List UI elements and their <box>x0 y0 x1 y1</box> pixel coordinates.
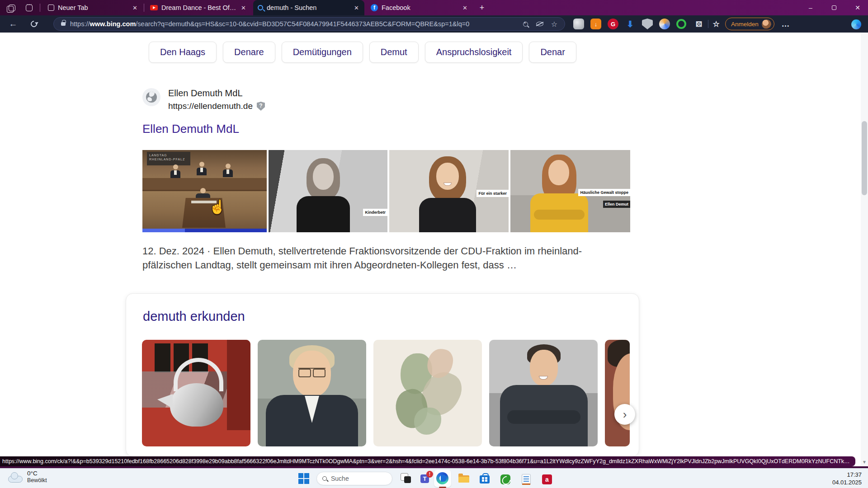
amd-icon: a <box>542 474 552 484</box>
window-minimize-button[interactable]: – <box>801 0 820 15</box>
windows-logo-icon <box>304 473 309 478</box>
clock-date: 04.01.2025 <box>832 479 862 486</box>
download-manager-extension-icon[interactable]: ↓ <box>590 19 601 29</box>
scrollbar-down-arrow[interactable]: ▼ <box>862 460 867 465</box>
zoom-page-button[interactable] <box>519 18 531 30</box>
taskbar-clock[interactable]: 17:37 04.01.2025 <box>832 471 862 486</box>
shield-extension-icon[interactable] <box>642 19 653 29</box>
scrollbar-thumb[interactable] <box>862 121 867 195</box>
weather-temperature: 0°C <box>27 470 47 477</box>
result-image-portrait-bw[interactable]: Kinderbetr <box>269 150 387 232</box>
url-domain: www.bing.com <box>90 20 136 28</box>
tab-title: demuth - Suchen <box>267 4 349 11</box>
new-tab-button[interactable]: + <box>476 2 487 13</box>
taskbar-weather-widget[interactable]: 0°C Bewölkt <box>7 470 47 483</box>
address-bar[interactable]: https://www.bing.com/search?q=demuth&qs=… <box>53 17 565 31</box>
copilot-icon <box>851 19 861 29</box>
related-search-pill[interactable]: Demut <box>369 42 419 63</box>
page-scrollbar[interactable]: ▼ <box>861 33 868 465</box>
result-title-link[interactable]: Ellen Demuth MdL <box>142 122 239 136</box>
edge-button-active[interactable] <box>434 470 451 487</box>
explore-card: demuth erkunden <box>126 293 639 457</box>
eye-slash-icon <box>536 22 543 26</box>
task-view-button[interactable] <box>400 472 412 485</box>
settings-more-button[interactable]: … <box>780 19 791 29</box>
tab-close-icon[interactable]: ✕ <box>132 5 138 11</box>
xbox-icon <box>500 474 510 484</box>
globe-icon <box>146 92 157 103</box>
portrait-glasses <box>298 368 326 375</box>
security-extension-icon[interactable]: G <box>608 19 618 29</box>
result-image-portrait-color[interactable]: Für ein starker <box>389 150 509 232</box>
notepad-icon <box>522 474 531 485</box>
image-caption: Häusliche Gewalt stoppe <box>578 189 630 196</box>
xbox-button[interactable] <box>499 472 512 485</box>
clock-time: 17:37 <box>832 471 862 479</box>
toolbar-divider <box>708 20 708 28</box>
site-favicon <box>142 88 160 106</box>
tab-dream-dance[interactable]: Dream Dance - Best Of 15 Years - ✕ <box>146 0 251 15</box>
video-progress-bar[interactable] <box>142 229 267 232</box>
explore-image-man-glasses[interactable] <box>258 340 366 446</box>
explore-image-watercolor-flowers[interactable] <box>373 340 482 446</box>
related-searches-row: Den Haags Denare Demütigungen Demut Ansp… <box>149 42 576 63</box>
window-close-button[interactable]: ✕ <box>848 0 867 15</box>
tab-separator <box>144 4 144 12</box>
opera-green-extension-icon[interactable] <box>676 19 686 29</box>
site-safety-shield-icon[interactable]: ? <box>257 102 265 111</box>
explore-image-man-suit[interactable] <box>489 340 598 446</box>
notepad-button[interactable] <box>520 472 533 485</box>
result-image-parliament[interactable]: LANDTAG RHEINLAND-PFALZ <box>142 150 267 232</box>
related-search-pill[interactable]: Denar <box>529 42 576 63</box>
tracking-prevention-button[interactable] <box>534 18 546 30</box>
amd-software-button[interactable]: a <box>541 472 553 485</box>
result-image-yellow-blazer[interactable]: Häusliche Gewalt stoppe Ellen Demut <box>510 150 630 232</box>
link-status-bar: https://www.bing.com/ck/a?!&&p=b539329d1… <box>0 456 855 466</box>
window-restore-button[interactable] <box>825 0 844 15</box>
workspaces-icon[interactable] <box>6 2 17 13</box>
result-site-name: Ellen Demuth MdL <box>168 88 265 99</box>
microsoft-store-button[interactable] <box>478 472 491 485</box>
related-search-pill[interactable]: Den Haags <box>149 42 217 63</box>
result-site-url[interactable]: https://ellendemuth.de <box>168 101 253 111</box>
bing-search-icon <box>258 5 263 10</box>
favorite-this-page-button[interactable]: ☆ <box>548 18 560 30</box>
url-text[interactable]: https://www.bing.com/search?q=demuth&qs=… <box>70 20 517 28</box>
extensions-puzzle-icon[interactable]: ⚄ <box>693 19 704 29</box>
mouse-cursor-hand: ☝ <box>209 199 226 215</box>
copilot-button[interactable] <box>851 19 862 30</box>
downloads-button[interactable]: ⬇ <box>625 19 636 29</box>
tab-actions-icon[interactable] <box>24 2 34 13</box>
favorites-bar-icon[interactable]: ☆ <box>711 19 722 29</box>
tab-demuth-suchen-active[interactable]: demuth - Suchen ✕ <box>253 0 364 15</box>
facebook-icon: f <box>371 4 378 11</box>
signin-button[interactable]: Anmelden <box>725 18 774 30</box>
tab-facebook[interactable]: f Facebook ✕ <box>366 0 473 15</box>
teams-button[interactable]: T ! <box>420 472 432 485</box>
back-button[interactable]: ← <box>7 18 19 30</box>
globe-extension-icon[interactable] <box>659 19 670 29</box>
extension-gray-icon[interactable] <box>573 19 584 29</box>
explore-image-partial[interactable] <box>605 340 630 446</box>
tab-title: Neuer Tab <box>58 4 128 11</box>
related-search-pill[interactable]: Anspruchslosigkeit <box>425 42 523 63</box>
tab-close-icon[interactable]: ✕ <box>353 5 360 11</box>
file-explorer-button[interactable] <box>458 472 470 485</box>
portrait-body <box>419 198 476 232</box>
result-snippet: 12. Dez. 2024 · Ellen Demuth, stellvertr… <box>142 244 630 272</box>
tab-close-icon[interactable]: ✕ <box>240 5 247 11</box>
page-viewport: Den Haags Denare Demütigungen Demut Ansp… <box>0 33 868 468</box>
carousel-next-button[interactable]: › <box>614 404 635 425</box>
explore-image-teapot-art[interactable] <box>142 340 250 446</box>
related-search-pill[interactable]: Denare <box>223 42 275 63</box>
tab-actions-icon-glyph <box>26 5 33 11</box>
explore-title[interactable]: demuth erkunden <box>143 309 245 324</box>
tab-neuer-tab[interactable]: Neuer Tab ✕ <box>43 0 143 15</box>
related-search-pill[interactable]: Demütigungen <box>282 42 363 63</box>
windows-logo-icon <box>298 473 303 478</box>
browser-titlebar: Neuer Tab ✕ Dream Dance - Best Of 15 Yea… <box>0 0 868 15</box>
tab-close-icon[interactable]: ✕ <box>462 5 468 11</box>
start-button[interactable] <box>298 473 309 484</box>
taskbar-search-box[interactable]: Suche <box>316 472 392 485</box>
refresh-button[interactable] <box>28 18 40 30</box>
